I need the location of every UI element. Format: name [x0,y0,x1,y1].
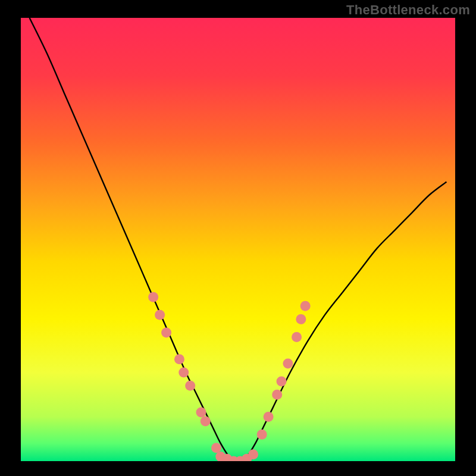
data-marker [257,430,267,440]
chart-svg [21,18,455,461]
data-marker [174,354,184,364]
data-marker [300,301,311,311]
watermark-text: TheBottleneck.com [346,2,470,18]
data-marker [248,449,258,459]
data-marker [161,327,171,337]
data-marker [264,412,274,422]
data-marker [292,332,302,342]
chart-frame: TheBottleneck.com [0,0,476,476]
data-marker [283,359,293,369]
data-marker [196,408,206,418]
data-marker [148,292,158,302]
data-marker [201,416,211,426]
data-marker [211,443,221,453]
data-marker [155,310,165,320]
gradient-background [21,18,455,461]
data-marker [277,376,287,386]
data-marker [272,390,282,400]
data-marker [185,381,195,391]
plot-area [21,18,455,461]
data-marker [178,368,189,378]
data-marker [296,314,306,324]
